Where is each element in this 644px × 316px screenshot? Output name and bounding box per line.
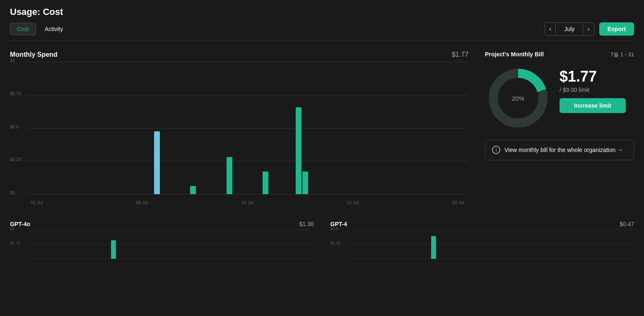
mini-bar-gpt4o-teal bbox=[111, 240, 116, 259]
mini-bar-gpt4o-1 bbox=[85, 240, 141, 259]
tab-cost[interactable]: Cost bbox=[10, 23, 36, 35]
donut-section: 20% $1.77 / $9.00 limit Increase limit bbox=[485, 65, 634, 131]
mini-grid-gpt4-label-2: $0.45 bbox=[330, 241, 341, 246]
info-icon: i bbox=[492, 146, 500, 154]
bar-group-7 bbox=[285, 107, 320, 194]
bar-15jul-teal2 bbox=[302, 171, 308, 194]
right-panel: Project's Monthly Bill 7월 1 - 31 20% $1.… bbox=[485, 51, 634, 211]
grid-label-1: $1 bbox=[10, 58, 15, 63]
grid-label-4: $0.25 bbox=[10, 157, 22, 162]
mini-chart-gpt4o-area: $1 $0.75 bbox=[10, 230, 314, 267]
increase-limit-button[interactable]: Increase limit bbox=[560, 98, 626, 113]
bar-group-6 bbox=[248, 171, 283, 194]
mini-grid-label-1: $1 bbox=[10, 227, 14, 231]
monthly-spend-header: Monthly Spend $1.77 bbox=[10, 51, 468, 58]
month-nav: ‹ July › bbox=[545, 22, 594, 36]
page-header: Usage: Cost Cost Activity ‹ July › Expor… bbox=[0, 0, 644, 41]
mini-chart-gpt4-header: GPT-4 $0.47 bbox=[330, 221, 634, 227]
mini-chart-gpt4-total: $0.47 bbox=[620, 221, 634, 227]
x-axis: 01 Jul 08 Jul 15 Jul 22 Jul 29 Jul bbox=[27, 194, 468, 211]
mini-chart-gpt4o: GPT-4o $1.30 $1 $0.75 bbox=[10, 221, 314, 267]
grid-label-2: $0.75 bbox=[10, 91, 22, 96]
header-right: ‹ July › Export bbox=[545, 22, 634, 36]
bar-14jul-teal bbox=[263, 171, 268, 194]
page-title: Usage: Cost bbox=[10, 7, 634, 17]
bar-12jul-teal bbox=[190, 186, 196, 194]
mini-chart-gpt4-area: $0.6 $0.45 bbox=[330, 230, 634, 267]
next-month-button[interactable]: › bbox=[583, 23, 593, 35]
bar-15jul-teal bbox=[296, 107, 301, 194]
monthly-bill-date: 7월 1 - 31 bbox=[610, 51, 634, 58]
mini-grid-gpt4-label-1: $0.6 bbox=[330, 227, 338, 231]
mini-bars-gpt4 bbox=[347, 230, 634, 259]
month-label: July bbox=[555, 23, 583, 35]
left-panel: Monthly Spend $1.77 $1 $0.75 $0.5 $0.25 … bbox=[10, 51, 468, 211]
bottom-charts: GPT-4o $1.30 $1 $0.75 GPT-4 $0.47 bbox=[0, 221, 644, 277]
x-label-4: 22 Jul bbox=[347, 200, 359, 205]
export-button[interactable]: Export bbox=[599, 22, 634, 36]
monthly-bill-title: Project's Monthly Bill bbox=[485, 51, 544, 58]
bar-group-5 bbox=[212, 157, 247, 194]
bars-area bbox=[27, 62, 468, 194]
x-label-2: 08 Jul bbox=[136, 200, 148, 205]
bar-13jul-teal bbox=[227, 157, 232, 194]
prev-month-button[interactable]: ‹ bbox=[545, 23, 555, 35]
monthly-bill-header: Project's Monthly Bill 7월 1 - 31 bbox=[485, 51, 634, 58]
mini-bars-gpt4o bbox=[27, 230, 314, 259]
main-chart: $1 $0.75 $0.5 $0.25 $0 bbox=[10, 62, 468, 211]
bar-group-4 bbox=[176, 186, 211, 194]
grid-label-3: $0.5 bbox=[10, 124, 19, 129]
header-row: Cost Activity ‹ July › Export bbox=[10, 22, 634, 41]
main-content: Monthly Spend $1.77 $1 $0.75 $0.5 $0.25 … bbox=[0, 41, 644, 221]
mini-bar-gpt4-1 bbox=[406, 236, 462, 259]
x-label-1: 01 Jul bbox=[31, 200, 43, 205]
donut-chart: 20% bbox=[485, 65, 551, 131]
monthly-bill-amount: $1.77 bbox=[560, 68, 626, 85]
mini-chart-gpt4: GPT-4 $0.47 $0.6 $0.45 bbox=[330, 221, 634, 267]
mini-bar-gpt4-teal bbox=[431, 236, 436, 259]
grid-label-5: $0 bbox=[10, 190, 15, 195]
x-label-5: 29 Jul bbox=[452, 200, 464, 205]
org-bill-link[interactable]: i View monthly bill for the whole organi… bbox=[485, 140, 634, 160]
donut-info: $1.77 / $9.00 limit Increase limit bbox=[560, 65, 626, 113]
monthly-spend-total: $1.77 bbox=[452, 51, 468, 58]
bar-group-3 bbox=[140, 131, 175, 194]
mini-chart-gpt4o-header: GPT-4o $1.30 bbox=[10, 221, 314, 227]
mini-chart-gpt4o-total: $1.30 bbox=[299, 221, 314, 227]
x-label-3: 15 Jul bbox=[241, 200, 253, 205]
org-bill-link-text: View monthly bill for the whole organiza… bbox=[504, 147, 623, 153]
monthly-bill-limit: / $9.00 limit bbox=[560, 87, 626, 93]
bar-11jul-blue bbox=[154, 131, 160, 194]
tab-activity[interactable]: Activity bbox=[38, 23, 70, 35]
donut-percentage: 20% bbox=[512, 95, 524, 102]
monthly-spend-title: Monthly Spend bbox=[10, 51, 58, 58]
mini-grid-label-2: $0.75 bbox=[10, 241, 20, 246]
tab-group: Cost Activity bbox=[10, 23, 70, 35]
